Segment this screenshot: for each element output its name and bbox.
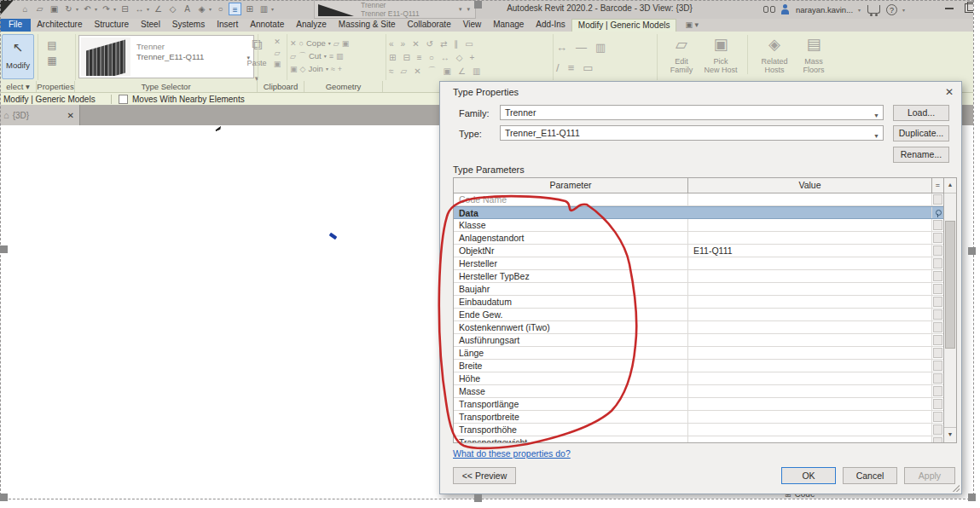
ok-button[interactable]: OK [781,467,836,484]
properties-help-link[interactable]: What do these properties do? [453,448,571,459]
related-hosts-button[interactable]: ◈RelatedHosts [747,35,794,74]
user-avatar-icon[interactable] [781,4,790,14]
associate-parameter-button[interactable] [933,284,942,294]
associate-parameter-button[interactable] [933,437,942,442]
mass-floors-button[interactable]: ▤MassFloors [794,35,833,74]
model-element[interactable] [329,233,338,240]
associate-parameter-button[interactable] [933,373,942,384]
cut-icon[interactable]: ✕ [271,38,283,49]
parameter-row[interactable]: Transportlänge [454,398,943,411]
tool-icon[interactable]: ⊟ [403,53,409,62]
modify-button[interactable]: ↖ Modify [2,34,34,79]
parameter-group-row[interactable]: Data [454,206,943,219]
associate-parameter-button[interactable] [933,361,942,371]
parameter-value[interactable] [688,347,932,359]
parameter-value[interactable] [688,411,932,423]
associate-parameter-button[interactable] [933,220,942,230]
tool-icon[interactable]: ✕ [412,39,419,49]
associate-parameter-button[interactable] [933,399,942,409]
tool-icon[interactable]: ∠ [458,66,466,76]
tool-icon[interactable]: ≡ [329,52,333,61]
tab-insert[interactable]: Insert [211,19,244,32]
parameter-row[interactable]: Ausführungsart [454,334,943,347]
parameter-row[interactable]: Höhe [454,372,943,385]
undo-icon[interactable]: ↶ [81,3,94,15]
selection-handle-bottom[interactable] [474,494,482,502]
help-menu-caret-icon[interactable]: ▾ [902,7,905,13]
caret-icon[interactable]: ▾ [326,66,328,72]
family-combobox[interactable]: Trenner ▼ [500,105,884,120]
tool-icon[interactable]: ↔ [441,53,449,62]
parameter-row[interactable]: Masse [454,385,943,398]
aligned-dimension-icon[interactable]: ∠ [152,3,165,15]
parameter-value[interactable] [688,193,932,205]
text-icon[interactable]: A [181,3,194,15]
parameter-row[interactable]: Kostenkennwert (iTwo) [454,321,943,334]
parameter-row[interactable]: Transportgewicht [454,436,943,442]
tool-icon[interactable]: ⌒ [299,50,306,61]
tab-massing-site[interactable]: Massing & Site [333,19,402,32]
tab-collaborate[interactable]: Collaborate [402,19,457,32]
tool-icon[interactable]: / [556,61,560,74]
associate-parameter-button[interactable] [933,233,942,243]
parameter-value[interactable] [688,398,932,410]
selection-handle-left[interactable] [0,245,8,253]
close-inactive-icon[interactable]: ⊞ [243,3,256,15]
parameter-row[interactable]: Transportbreite [454,411,943,424]
pick-new-host-button[interactable]: ▣PickNew Host [701,35,740,74]
table-scrollbar[interactable]: ▲ ▼ [943,178,956,442]
print-icon[interactable]: ⊟ [119,3,131,15]
parameter-value[interactable] [688,424,932,436]
scroll-up-icon[interactable]: ▲ [944,178,956,193]
redo-icon[interactable]: ↷ [100,3,113,15]
type-selector-dropdown[interactable]: Trenner Trenner_E11-Q111 ▾ [78,35,254,78]
parameter-row[interactable]: Klasse [454,219,943,232]
tool-icon[interactable]: ○ [429,53,434,62]
tool-icon[interactable]: ▣ [290,65,298,73]
tool-icon[interactable]: ≡ [417,53,422,62]
associate-parameter-button[interactable] [933,322,942,332]
caret-icon[interactable]: ▾ [113,6,116,12]
parameter-row[interactable]: Baujahr [454,283,943,296]
tool-icon[interactable]: ◇ [456,53,463,62]
parameter-value[interactable] [688,283,932,295]
selection-handle-bottom-right[interactable] [968,494,976,501]
tab-add-ins[interactable]: Add-Ins [530,19,571,32]
parameter-value[interactable] [688,372,932,384]
parameter-row[interactable]: Ende Gew. [454,309,943,321]
tool-icon[interactable]: ≈ [331,65,335,73]
scrollbar-thumb[interactable] [945,221,955,349]
cancel-button[interactable]: Cancel [843,467,897,484]
tool-icon[interactable]: ▱ [290,52,296,61]
tool-icon[interactable]: ∥ [454,39,458,49]
tool-icon[interactable]: ▣ [444,66,451,76]
view-tab-3d[interactable]: ⌂ {3D} ✕ [0,105,80,125]
cut-button[interactable]: Cut [309,51,322,61]
search-binoculars-icon[interactable] [763,6,775,14]
associate-parameter-button[interactable] [933,386,942,396]
type-properties-icon[interactable]: ▤ [45,38,59,52]
preview-button[interactable]: << Preview [453,467,516,484]
restore-button[interactable] [965,3,973,13]
parameter-value[interactable] [688,219,932,231]
tool-icon[interactable]: — [576,41,587,54]
tool-icon[interactable]: ≈ [389,66,394,76]
floating-type-selector[interactable]: Trenner Trenner E11-Q111 ▾▾ [314,0,476,19]
caret-icon[interactable]: ▾ [76,6,78,12]
parameter-row[interactable]: Transporthöhe [454,424,943,436]
parameter-value[interactable] [688,309,932,320]
tool-icon[interactable]: » [401,39,406,49]
associate-parameter-button[interactable] [933,297,942,307]
paste-button[interactable]: ⧉ Paste ▾ [244,37,270,84]
value-column-header[interactable]: Value [688,178,932,193]
tab-systems[interactable]: Systems [166,19,211,32]
dialog-close-icon[interactable]: ✕ [945,86,954,98]
associate-parameter-button[interactable] [933,194,942,205]
tool-icon[interactable]: ▥ [595,41,606,54]
properties-panel-icons[interactable]: ▤▦ [41,37,63,69]
scroll-down-icon[interactable]: ▼ [944,427,956,442]
open-icon[interactable]: ▱ [33,3,46,15]
tool-icon[interactable]: ▥ [473,66,480,76]
match-properties-icon[interactable]: ▣ [271,60,283,71]
chevron-down-icon[interactable]: ▼ [873,130,879,143]
